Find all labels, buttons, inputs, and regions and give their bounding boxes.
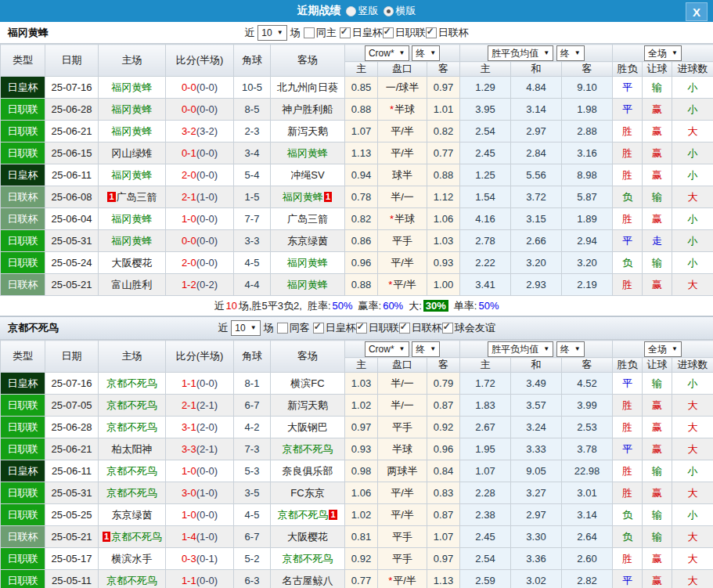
team-name: 东京绿茵 [112,509,153,521]
europe-odds-select[interactable]: 胜平负均值▼ [488,341,553,357]
league-filter[interactable]: 日职联 [383,26,426,40]
col-away: 客场 [271,341,345,373]
europe-away-odds-cell: 4.52 [562,373,613,395]
asia-away-odds-cell: 1.12 [427,186,460,208]
scope-select[interactable]: 全场▼ [644,45,682,61]
outcome-cell: 负 [613,504,643,526]
date-cell: 25-07-16 [45,77,99,99]
subcol-euro-home: 主 [460,62,511,77]
asia-away-odds-cell: 1.06 [427,208,460,230]
match-row: 日职联 25-05-31 京都不死鸟 3-0(1-0) 3-5 FC东京 1.0… [1,482,713,504]
same-venue-filter[interactable]: 同客 [277,321,310,335]
subcol-handicap: 盘口 [378,358,427,373]
recent-count-select[interactable]: 10▼ [257,25,286,41]
corners-cell: 8-1 [234,373,271,395]
layout-option-horizontal[interactable]: 横版 [384,4,416,18]
league-checkbox[interactable] [442,323,453,334]
league-filter[interactable]: 日联杯 [399,321,442,335]
date-cell: 25-06-15 [45,142,99,164]
layout-option-vertical[interactable]: 竖版 [346,4,379,18]
league-filter[interactable]: 日皇杯 [313,321,356,335]
same-venue-checkbox[interactable] [304,27,315,38]
subcol-outcome: 胜负 [613,62,643,77]
outcome-cell: 胜 [613,121,643,142]
europe-odds-select[interactable]: 胜平负均值▼ [488,45,553,61]
match-row: 日皇杯 25-07-16 福冈黄蜂 0-0(0-0) 10-5 北九州向日葵 0… [1,77,713,99]
league-checkbox[interactable] [383,27,394,38]
date-cell: 25-06-04 [45,208,99,230]
match-type-cell: 日联杯 [1,274,45,296]
subcol-asia-away: 客 [427,358,460,373]
outcome-cell: 胜 [613,208,643,230]
league-filters: 日皇杯日职联日联杯球会友谊 [313,321,495,335]
goals-result-cell: 大 [672,548,713,570]
subcol-asia-home: 主 [345,358,378,373]
team-name: 福冈黄蜂 [287,279,328,290]
away-team-cell: 福冈黄蜂1 [271,186,345,208]
league-checkbox[interactable] [356,323,367,334]
europe-home-odds-cell: 1.07 [460,460,511,482]
match-type-cell: 日职联 [1,438,45,460]
odds-company-select[interactable]: Crow*▼ [365,45,409,61]
team-title: 京都不死鸟 [8,321,59,335]
matches-table: 类型 日期 主场 比分(半场) 角球 客场 Crow*▼ 终▼ 胜平负均值▼ 终… [0,44,713,296]
odds-company-select[interactable]: Crow*▼ [365,341,409,357]
team-name: FC东京 [290,487,324,499]
corners-cell: 3-4 [234,142,271,164]
europe-time-select[interactable]: 终▼ [556,341,585,357]
europe-away-odds-cell: 9.10 [562,77,613,99]
europe-draw-odds-cell: 2.66 [511,230,562,252]
handicap-result-cell: 赢 [643,164,672,186]
outcome-cell: 胜 [613,164,643,186]
europe-away-odds-cell: 2.88 [562,121,613,142]
europe-home-odds-cell: 1.95 [460,438,511,460]
team-name: 京都不死鸟 [106,377,157,389]
odds-time-select[interactable]: 终▼ [412,341,440,357]
odds-time-value: 终 [416,47,425,60]
team-name: 横滨FC [290,377,324,389]
asia-away-odds-cell: 1.07 [427,526,460,548]
team-name: 大阪钢巴 [287,421,328,433]
match-type-cell: 日职联 [1,504,45,526]
away-team-cell: FC东京 [271,482,345,504]
league-filter[interactable]: 日皇杯 [340,26,383,40]
dropdown-arrow-icon: ▼ [574,343,581,355]
summary-label: 胜率: [308,299,331,313]
asia-home-odds-cell: 0.82 [345,208,378,230]
subcol-asia-away: 客 [427,62,460,77]
team-name: 福冈黄蜂 [112,125,153,137]
dropdown-arrow-icon: ▼ [250,322,257,334]
league-filter[interactable]: 球会友谊 [442,321,495,335]
date-cell: 25-05-21 [45,526,99,548]
outcome-cell: 平 [613,77,643,99]
europe-home-odds-cell: 4.16 [460,208,511,230]
dropdown-arrow-icon: ▼ [672,47,678,60]
scope-select[interactable]: 全场▼ [644,341,682,357]
europe-time-select[interactable]: 终▼ [556,45,585,61]
handicap-cell: 平/半 [378,504,427,526]
radio-checked-icon[interactable] [384,6,394,16]
asia-away-odds-cell: 0.88 [427,164,460,186]
same-venue-checkbox[interactable] [277,323,288,334]
radio-unchecked-icon[interactable] [346,6,356,16]
league-checkbox[interactable] [426,27,437,38]
outcome-cell: 胜 [613,395,643,417]
handicap-result-cell: 输 [643,460,672,482]
handicap-result-cell: 输 [643,526,672,548]
match-row: 日职联 25-05-25 东京绿茵 1-0(0-0) 4-5 京都不死鸟1 1.… [1,504,713,526]
europe-away-odds-cell: 5.87 [562,186,613,208]
league-label: 日职联 [369,321,399,335]
same-venue-filter[interactable]: 同主 [304,26,337,40]
league-checkbox[interactable] [399,323,410,334]
col-type: 类型 [1,341,45,373]
league-checkbox[interactable] [313,323,324,334]
goals-result-cell: 小 [672,99,713,121]
recent-count-select[interactable]: 10▼ [231,320,260,336]
league-filter[interactable]: 日职联 [356,321,399,335]
league-checkbox[interactable] [340,27,351,38]
summary-text: 近 [214,299,224,313]
odds-time-select[interactable]: 终▼ [412,45,440,61]
close-button[interactable]: X [686,2,708,21]
team-name: 冈山绿雉 [112,147,153,159]
league-filter[interactable]: 日联杯 [426,26,469,40]
